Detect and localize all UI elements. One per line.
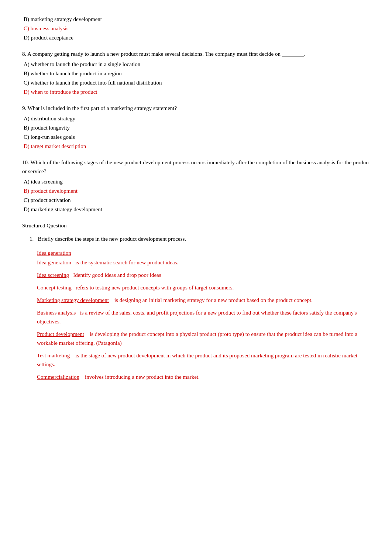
step-product-development: Product development is developing the pr…	[37, 330, 370, 347]
q9-option-a: A) distribution strategy	[24, 114, 370, 123]
step-test-marketing-line: Test marketing is the stage of new produ…	[37, 351, 370, 369]
q10-option-b: B) product development	[24, 186, 370, 195]
step-business-analysis-line: Business analysis is a review of the sal…	[37, 308, 370, 326]
step-idea-generation-title: Idea generation	[37, 248, 370, 257]
q10-option-d: D) marketing strategy development	[24, 205, 370, 214]
q8-option-a: A) whether to launch the product in a si…	[24, 60, 370, 69]
question-8: 8. A company getting ready to launch a n…	[22, 49, 370, 96]
step-idea-screening: Idea screening Identify good ideas and d…	[37, 271, 370, 279]
q8-option-b: B) whether to launch the product in a re…	[24, 69, 370, 78]
q9-option-d: D) target market description	[24, 142, 370, 151]
step-marketing-strategy: Marketing strategy development is design…	[37, 296, 370, 305]
q9-option-c: C) long-run sales goals	[24, 133, 370, 141]
question-9-text: 9. What is included in the first part of…	[22, 104, 370, 113]
option-c-business: C) business analysis	[24, 24, 370, 33]
step-idea-screening-line: Idea screening Identify good ideas and d…	[37, 271, 370, 279]
q8-option-c: C) whether to launch the product into fu…	[24, 78, 370, 87]
step-idea-generation-desc: Idea generation is the systematic search…	[37, 258, 370, 267]
step-business-analysis: Business analysis is a review of the sal…	[37, 308, 370, 326]
step-commercialization: Commercialization involves introducing a…	[37, 373, 370, 381]
structured-question-heading: Structured Question	[22, 221, 370, 230]
step-marketing-strategy-line: Marketing strategy development is design…	[37, 296, 370, 305]
structured-q1-number: 1.	[30, 236, 38, 242]
question-8-text: 8. A company getting ready to launch a n…	[22, 49, 370, 58]
q9-option-b: B) product longevity	[24, 123, 370, 132]
question-9: 9. What is included in the first part of…	[22, 104, 370, 151]
q8-option-d: D) when to introduce the product	[24, 87, 370, 96]
step-concept-testing: Concept testing refers to testing new pr…	[37, 283, 370, 292]
q10-option-a: A) idea screening	[24, 177, 370, 186]
step-commercialization-line: Commercialization involves introducing a…	[37, 373, 370, 381]
step-product-development-line: Product development is developing the pr…	[37, 330, 370, 347]
structured-question-section: Structured Question 1. Briefly describe …	[22, 221, 370, 381]
structured-q1: 1. Briefly describe the steps in the new…	[30, 234, 370, 243]
question-b-options: B) marketing strategy development C) bus…	[22, 15, 370, 42]
question-10-text: 10. Which of the following stages of the…	[22, 158, 370, 176]
step-concept-testing-line: Concept testing refers to testing new pr…	[37, 283, 370, 292]
option-b-marketing: B) marketing strategy development	[24, 15, 370, 24]
step-idea-generation: Idea generation Idea generation is the s…	[37, 248, 370, 267]
option-d-product-acceptance: D) product acceptance	[24, 33, 370, 42]
question-10: 10. Which of the following stages of the…	[22, 158, 370, 214]
q10-option-c: C) product activation	[24, 196, 370, 205]
step-test-marketing: Test marketing is the stage of new produ…	[37, 351, 370, 369]
structured-q1-text: Briefly describe the steps in the new pr…	[38, 236, 186, 242]
